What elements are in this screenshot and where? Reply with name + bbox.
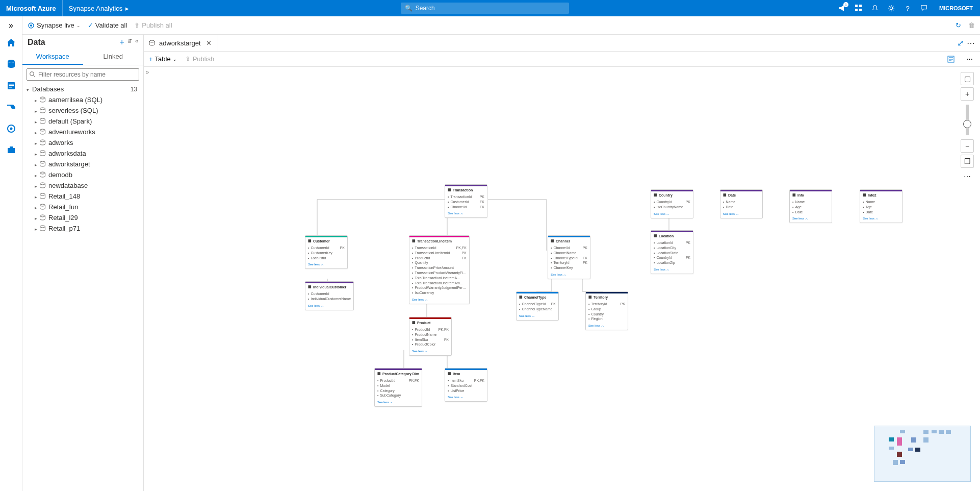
entity-header[interactable]: ▦Territory xyxy=(586,292,628,301)
see-less-link[interactable]: See less ︿ xyxy=(720,211,762,218)
entity-header[interactable]: ▦ChannelType xyxy=(517,292,558,301)
entity-header[interactable]: ▦Customer xyxy=(305,236,347,244)
sidebar-item-database[interactable]: serverless (SQL) xyxy=(22,105,143,116)
entity-product[interactable]: ▦Product•ProductIdPK,FK•ProductName•Item… xyxy=(409,317,452,356)
more-icon[interactable]: ⋯ xyxy=(964,55,975,63)
sidebar-item-database[interactable]: Retail_p71 xyxy=(22,223,143,234)
add-table-button[interactable]: + Table ⌄ xyxy=(149,55,177,63)
see-less-link[interactable]: See less ︿ xyxy=(305,262,347,268)
brand-label[interactable]: Microsoft Azure xyxy=(0,0,63,16)
account-name[interactable]: MICROSOFT xyxy=(932,5,980,11)
entity-header[interactable]: ▦TransactionLineItem xyxy=(409,236,469,244)
zoom-out-button[interactable]: − xyxy=(961,139,974,153)
grid-icon[interactable] xyxy=(850,0,867,16)
fit-icon[interactable]: ▢ xyxy=(961,72,974,85)
minimap[interactable] xyxy=(874,426,971,482)
tab-workspace[interactable]: Workspace xyxy=(22,49,83,65)
entity-header[interactable]: ▦Info xyxy=(790,190,832,199)
see-less-link[interactable]: See less ︿ xyxy=(790,216,832,223)
integrate-icon[interactable] xyxy=(2,97,20,117)
sidebar-item-database[interactable]: aamerrilsea (SQL) xyxy=(22,94,143,105)
see-less-link[interactable]: See less ︿ xyxy=(305,303,353,310)
diagram-canvas[interactable]: ▦Transaction•TransactionIdPK•CustomerIdF… xyxy=(144,67,980,491)
manage-icon[interactable] xyxy=(2,140,20,160)
properties-icon[interactable] xyxy=(946,54,956,64)
sidebar-item-database[interactable]: demodb xyxy=(22,169,143,180)
sidebar-item-database[interactable]: default (Spark) xyxy=(22,116,143,127)
sidebar-item-database[interactable]: Retail_l29 xyxy=(22,212,143,223)
entity-individual[interactable]: ▦IndividualCustomer•CustomerId•Individua… xyxy=(305,281,354,310)
sidebar-item-database[interactable]: adventureworks xyxy=(22,127,143,137)
monitor-icon[interactable] xyxy=(2,118,20,139)
expand-rail-icon[interactable]: » xyxy=(2,19,20,32)
entity-header[interactable]: ▦Product xyxy=(409,317,451,326)
see-less-link[interactable]: See less ︿ xyxy=(409,297,469,304)
entity-header[interactable]: ▦Channel xyxy=(548,236,590,244)
entity-date[interactable]: ▦Date•Name•DateSee less ︿ xyxy=(720,189,763,218)
expand-diag-icon[interactable]: ⤢ xyxy=(957,38,964,48)
see-less-link[interactable]: See less ︿ xyxy=(548,272,590,279)
entity-prodcat[interactable]: ▦ProductCategory Dim•ProductIdPK,FK•Mode… xyxy=(374,368,422,407)
entity-item[interactable]: ▦Item•ItemSkuPK,FK•StandardCost•ListPric… xyxy=(445,368,487,402)
collapse-panel-icon[interactable]: « xyxy=(135,38,138,47)
entity-header[interactable]: ▦Country xyxy=(651,190,693,199)
see-less-link[interactable]: See less ︿ xyxy=(651,267,693,274)
entity-header[interactable]: ▦ProductCategory Dim xyxy=(375,369,422,377)
entity-info[interactable]: ▦Info•Name•Age•DateSee less ︿ xyxy=(789,189,832,223)
entity-lineitem[interactable]: ▦TransactionLineItem•TransactionIdPK,FK•… xyxy=(409,235,470,304)
sidebar-item-database[interactable]: adworks xyxy=(22,137,143,148)
filter-input[interactable] xyxy=(27,68,139,81)
entity-info2[interactable]: ▦Info2•Name•Age•DateSee less ︿ xyxy=(860,189,902,223)
zoom-in-button[interactable]: + xyxy=(961,87,974,101)
expand-icon[interactable]: ⇵ xyxy=(127,38,132,47)
help-icon[interactable]: ? xyxy=(899,0,916,16)
see-less-link[interactable]: See less ︿ xyxy=(409,349,451,355)
databases-node[interactable]: Databases 13 xyxy=(22,84,143,94)
sidebar-item-database[interactable]: Retail_fun xyxy=(22,202,143,212)
entity-header[interactable]: ▦IndividualCustomer xyxy=(305,282,353,290)
entity-location[interactable]: ▦Location•LocationIdPK•LocationCity•Loca… xyxy=(651,230,693,274)
entity-header[interactable]: ▦Transaction xyxy=(445,185,487,193)
develop-icon[interactable] xyxy=(2,76,20,96)
sidebar-item-database[interactable]: Retail_148 xyxy=(22,191,143,202)
synapse-live-dropdown[interactable]: Synapse live ⌄ xyxy=(28,21,81,29)
zoom-slider[interactable] xyxy=(966,105,969,135)
search-input[interactable] xyxy=(416,5,565,12)
entity-channel[interactable]: ▦Channel•ChannelIdPK•ChannelName•Channel… xyxy=(548,235,590,279)
see-less-link[interactable]: See less ︿ xyxy=(517,313,558,320)
bell-icon[interactable] xyxy=(867,0,883,16)
tab-linked[interactable]: Linked xyxy=(83,49,144,65)
editor-tab[interactable]: adworkstarget ✕ xyxy=(144,35,218,51)
validate-all-button[interactable]: ✓ Validate all xyxy=(88,21,127,29)
layers-icon[interactable]: ❐ xyxy=(961,155,974,168)
feedback-icon[interactable] xyxy=(916,0,932,16)
sidebar-item-database[interactable]: adworkstarget xyxy=(22,159,143,169)
entity-header[interactable]: ▦Item xyxy=(445,369,487,377)
refresh-icon[interactable]: ↻ xyxy=(956,21,961,29)
entity-country[interactable]: ▦Country•CountryIdPK•IsoCountryNameSee l… xyxy=(651,189,693,218)
see-less-link[interactable]: See less ︿ xyxy=(445,211,487,217)
home-icon[interactable] xyxy=(2,33,20,53)
gear-icon[interactable] xyxy=(883,0,899,16)
global-search[interactable]: 🔍 xyxy=(401,3,569,14)
close-icon[interactable]: ✕ xyxy=(205,39,213,47)
entity-header[interactable]: ▦Location xyxy=(651,231,693,239)
entity-header[interactable]: ▦Date xyxy=(720,190,762,199)
megaphone-icon[interactable]: 1 xyxy=(834,0,850,16)
see-less-link[interactable]: See less ︿ xyxy=(375,400,422,406)
sidebar-item-database[interactable]: adworksdata xyxy=(22,148,143,159)
more-icon[interactable]: ⋯ xyxy=(967,38,975,48)
see-less-link[interactable]: See less ︿ xyxy=(860,216,902,223)
zoom-thumb[interactable] xyxy=(963,120,971,128)
see-less-link[interactable]: See less ︿ xyxy=(586,323,628,330)
entity-territory[interactable]: ▦Territory•TerritoryIdPK•Group•Country•R… xyxy=(585,291,628,330)
add-icon[interactable]: + xyxy=(120,38,124,47)
product-breadcrumb[interactable]: Synapse Analytics ▸ xyxy=(63,5,136,12)
see-less-link[interactable]: See less ︿ xyxy=(651,211,693,218)
entity-header[interactable]: ▦Info2 xyxy=(860,190,902,199)
see-less-link[interactable]: See less ︿ xyxy=(445,395,487,401)
entity-transaction[interactable]: ▦Transaction•TransactionIdPK•CustomerIdF… xyxy=(445,184,487,218)
entity-customer[interactable]: ▦Customer•CustomerIdPK•CustomerKey•Local… xyxy=(305,235,348,269)
data-icon[interactable] xyxy=(2,54,20,75)
sidebar-item-database[interactable]: newdatabase xyxy=(22,180,143,191)
